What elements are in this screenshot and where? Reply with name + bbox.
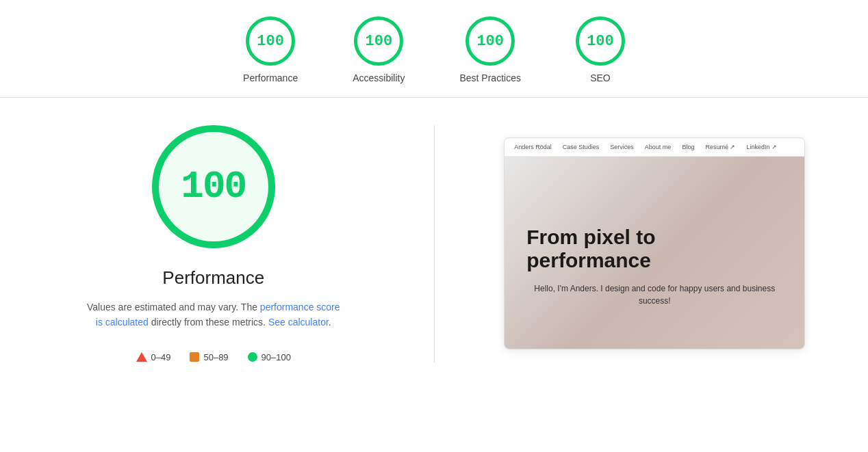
score-circle-best-practices: 100 — [465, 16, 515, 66]
scores-bar: 100 Performance 100 Accessibility 100 Be… — [0, 0, 868, 98]
legend-range-green: 90–100 — [261, 352, 291, 362]
main-content: 100 Performance Values are estimated and… — [0, 98, 868, 390]
score-label-performance: Performance — [243, 72, 298, 83]
score-label-accessibility: Accessibility — [353, 72, 405, 83]
orange-square-icon — [190, 352, 199, 362]
panel-title: Performance — [162, 267, 264, 289]
score-value-best-practices: 100 — [476, 33, 504, 50]
vertical-divider — [434, 125, 435, 362]
score-item-seo: 100 SEO — [576, 16, 625, 83]
legend-item-red: 0–49 — [136, 352, 171, 362]
preview-nav-item-1: Case Studies — [563, 144, 600, 150]
calculator-link[interactable]: See calculator — [268, 317, 329, 328]
preview-nav-item-5: Resumé ↗ — [705, 144, 735, 150]
panel-description: Values are estimated and may vary. The p… — [84, 300, 344, 330]
big-score-value: 100 — [181, 165, 246, 209]
score-circle-accessibility: 100 — [354, 16, 403, 66]
score-item-accessibility: 100 Accessibility — [353, 16, 405, 83]
preview-nav-item-4: Blog — [682, 144, 694, 150]
score-value-seo: 100 — [587, 33, 614, 50]
legend-item-orange: 50–89 — [190, 352, 228, 362]
right-panel: Anders RödalCase StudiesServicesAbout me… — [483, 125, 828, 362]
score-circle-seo: 100 — [576, 16, 625, 66]
legend: 0–49 50–89 90–100 — [136, 352, 291, 362]
legend-range-orange: 50–89 — [203, 352, 228, 362]
preview-hero-title: From pixel to performance — [526, 226, 782, 273]
preview-nav: Anders RödalCase StudiesServicesAbout me… — [505, 138, 804, 157]
preview-nav-item-3: About me — [645, 144, 672, 150]
desc-text-2: directly from these metrics. — [151, 317, 266, 328]
score-label-seo: SEO — [590, 72, 611, 83]
website-preview: Anders RödalCase StudiesServicesAbout me… — [504, 137, 805, 349]
desc-text-1: Values are estimated and may vary. The — [87, 302, 257, 313]
score-item-performance: 100 Performance — [243, 16, 298, 83]
legend-range-red: 0–49 — [151, 352, 171, 362]
legend-item-green: 90–100 — [248, 352, 291, 362]
red-triangle-icon — [136, 352, 147, 362]
preview-nav-item-2: Services — [610, 144, 634, 150]
score-value-performance: 100 — [257, 33, 284, 50]
preview-hero: From pixel to performance Hello, I'm And… — [505, 157, 804, 349]
big-score-circle: 100 — [152, 125, 275, 248]
desc-end: . — [329, 317, 331, 328]
score-item-best-practices: 100 Best Practices — [459, 16, 520, 83]
green-circle-icon — [248, 352, 257, 362]
preview-hero-subtitle: Hello, I'm Anders. I design and code for… — [526, 282, 782, 307]
score-circle-performance: 100 — [246, 16, 295, 66]
score-label-best-practices: Best Practices — [459, 72, 520, 83]
preview-nav-item-6: LinkedIn ↗ — [746, 144, 777, 150]
left-panel: 100 Performance Values are estimated and… — [41, 125, 386, 362]
score-value-accessibility: 100 — [366, 33, 393, 50]
preview-nav-item-0: Anders Rödal — [514, 144, 552, 150]
